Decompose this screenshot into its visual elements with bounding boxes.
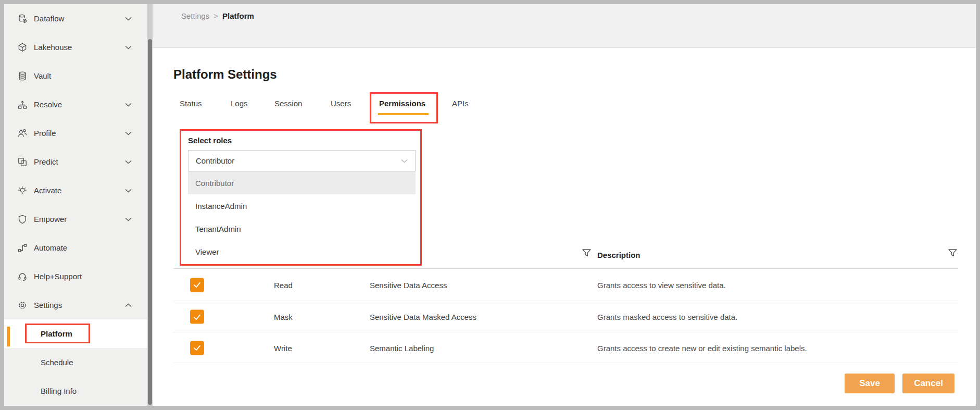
cell-label: Sensitive Data Access: [370, 280, 447, 289]
sidebar-item-label: Predict: [34, 157, 125, 166]
sidebar-item-activate[interactable]: Activate: [4, 176, 147, 205]
roles-dropdown-options: Contributor InstanceAdmin TenantAdmin Vi…: [188, 171, 416, 263]
sidebar-item-label: Help+Support: [34, 272, 132, 281]
sidebar-item-dataflow[interactable]: Dataflow: [4, 4, 147, 33]
chevron-down-icon[interactable]: [125, 17, 132, 21]
vault-icon: [17, 71, 28, 81]
sidebar-item-label: Activate: [34, 186, 125, 195]
filter-icon[interactable]: [948, 249, 957, 259]
page-title: Platform Settings: [173, 67, 277, 82]
sidebar-item-empower[interactable]: Empower: [4, 205, 147, 233]
option-contributor[interactable]: Contributor: [188, 171, 416, 194]
sidebar-item-settings[interactable]: Settings: [4, 291, 147, 319]
chevron-up-icon[interactable]: [125, 303, 132, 307]
sidebar-item-label: Empower: [34, 215, 125, 223]
active-tab-underline: [378, 113, 429, 115]
option-tenantadmin[interactable]: TenantAdmin: [188, 217, 416, 240]
cell-label: Sensitive Data Masked Access: [370, 313, 476, 321]
chevron-down-icon[interactable]: [125, 45, 132, 49]
table-row: Write Semantic Labeling Grants access to…: [173, 333, 958, 363]
content-area: Platform Settings Status Logs Session Us…: [153, 48, 976, 406]
sidebar-item-label: Automate: [34, 243, 132, 252]
empower-icon: [17, 214, 28, 225]
table-row: Read Sensitive Data Access Grants access…: [173, 269, 958, 301]
sidebar-item-label: Vault: [34, 71, 132, 80]
sidebar-item-label: Dataflow: [34, 14, 125, 23]
automate-icon: [17, 243, 28, 253]
sidebar-item-predict[interactable]: Predict: [4, 147, 147, 176]
sidebar-item-label: Lakehouse: [34, 43, 125, 52]
option-viewer[interactable]: Viewer: [188, 240, 416, 263]
select-roles-label: Select roles: [188, 136, 232, 145]
help-icon: [17, 271, 28, 282]
main-area: Settings>Platform Platform Settings Stat…: [153, 4, 976, 406]
resolve-icon: [17, 100, 28, 110]
cell-description: Grants access to create new or edit exis…: [597, 343, 807, 352]
lakehouse-icon: [17, 42, 28, 53]
profile-icon: [17, 128, 28, 139]
sidebar-item-automate[interactable]: Automate: [4, 233, 147, 262]
sidebar-subitem-platform[interactable]: Platform: [4, 319, 147, 348]
breadcrumb: Settings>Platform: [181, 11, 254, 20]
sidebar-subitem-schedule[interactable]: Schedule: [4, 348, 147, 377]
cell-permission: Read: [274, 280, 293, 289]
checkbox-checked[interactable]: [190, 278, 204, 292]
cell-label: Semantic Labeling: [370, 343, 434, 352]
top-header-band: Settings>Platform: [153, 4, 976, 48]
breadcrumb-current: Platform: [222, 11, 254, 20]
chevron-down-icon[interactable]: [125, 131, 132, 135]
filter-icon[interactable]: [582, 249, 591, 259]
chevron-down-icon[interactable]: [125, 189, 132, 193]
sidebar-scrollbar-track[interactable]: [147, 4, 153, 406]
predict-icon: [17, 157, 28, 167]
tab-session[interactable]: Session: [274, 99, 302, 108]
sidebar-subitem-label: Billing Info: [41, 387, 77, 395]
roles-dropdown[interactable]: Contributor: [188, 150, 416, 171]
screenshot-frame: Dataflow Lakehouse Vault Resolve: [0, 0, 980, 410]
tab-apis[interactable]: APIs: [452, 99, 469, 108]
sidebar-subitem-label: Schedule: [41, 358, 73, 367]
sidebar-item-label: Settings: [34, 301, 125, 309]
cell-description: Grants access to view sensitive data.: [597, 280, 726, 289]
sidebar-scrollbar-thumb[interactable]: [148, 39, 152, 405]
sidebar-item-resolve[interactable]: Resolve: [4, 90, 147, 119]
breadcrumb-separator: >: [213, 11, 218, 20]
activate-icon: [17, 185, 28, 196]
tab-permissions[interactable]: Permissions: [379, 99, 425, 108]
cell-permission: Write: [274, 343, 292, 352]
cancel-button[interactable]: Cancel: [902, 374, 954, 393]
option-instanceadmin[interactable]: InstanceAdmin: [188, 194, 416, 217]
dataflow-icon: [17, 14, 28, 24]
tab-logs[interactable]: Logs: [231, 99, 248, 108]
roles-dropdown-value: Contributor: [196, 156, 234, 165]
sidebar-subitem-billing-info[interactable]: Billing Info: [4, 377, 147, 405]
table-row: Mask Sensitive Data Masked Access Grants…: [173, 302, 958, 332]
cell-permission: Mask: [274, 313, 293, 321]
settings-icon: [17, 300, 28, 310]
annotation-box-select-roles: Select roles Contributor Contributor Ins…: [180, 129, 422, 266]
annotation-box-permissions-tab: [370, 92, 438, 123]
chevron-down-icon: [401, 159, 408, 163]
column-header-description[interactable]: Description: [597, 251, 640, 259]
chevron-down-icon[interactable]: [125, 160, 132, 164]
sidebar-item-label: Profile: [34, 129, 125, 138]
breadcrumb-parent[interactable]: Settings: [181, 11, 209, 20]
sidebar-item-vault[interactable]: Vault: [4, 61, 147, 90]
sidebar-item-lakehouse[interactable]: Lakehouse: [4, 33, 147, 61]
cell-description: Grants masked access to sensitive data.: [597, 313, 737, 321]
save-button[interactable]: Save: [845, 374, 895, 393]
sidebar-item-help-support[interactable]: Help+Support: [4, 262, 147, 291]
selected-indicator-bar: [7, 327, 10, 346]
sidebar-item-label: Resolve: [34, 100, 125, 109]
checkbox-checked[interactable]: [190, 310, 204, 324]
checkbox-checked[interactable]: [190, 341, 204, 355]
sidebar-item-profile[interactable]: Profile: [4, 119, 147, 147]
tab-users[interactable]: Users: [331, 99, 351, 108]
chevron-down-icon[interactable]: [125, 217, 132, 221]
tab-status[interactable]: Status: [180, 99, 202, 108]
sidebar: Dataflow Lakehouse Vault Resolve: [4, 4, 147, 406]
chevron-down-icon[interactable]: [125, 103, 132, 107]
sidebar-subitem-label: Platform: [41, 329, 72, 338]
